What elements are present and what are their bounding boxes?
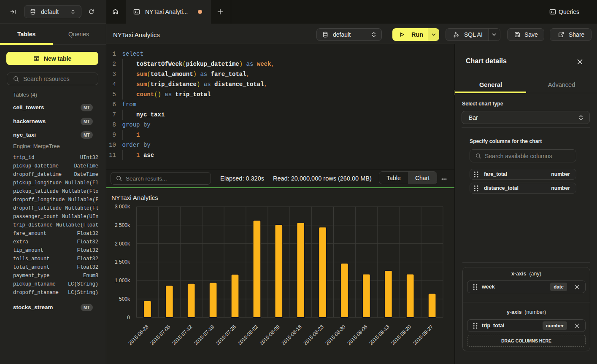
svg-text:2015-08-02: 2015-08-02 — [237, 324, 259, 346]
svg-text:2015-08-09: 2015-08-09 — [259, 324, 281, 346]
svg-text:NYTaxi Analytics: NYTaxi Analytics — [111, 194, 158, 201]
svg-text:2015-07-19: 2015-07-19 — [193, 324, 216, 346]
svg-text:3 000k: 3 000k — [115, 204, 130, 210]
svg-text:2015-07-05: 2015-07-05 — [149, 324, 172, 346]
svg-text:2015-08-30: 2015-08-30 — [324, 324, 347, 346]
svg-text:2015-07-12: 2015-07-12 — [171, 324, 194, 346]
svg-text:2015-06-28: 2015-06-28 — [127, 324, 150, 346]
svg-text:2015-09-13: 2015-09-13 — [368, 324, 391, 346]
svg-text:2015-09-27: 2015-09-27 — [412, 324, 435, 346]
svg-text:0: 0 — [127, 315, 130, 321]
svg-text:2015-08-16: 2015-08-16 — [281, 324, 303, 346]
svg-text:2015-08-23: 2015-08-23 — [302, 324, 325, 346]
svg-text:500k: 500k — [119, 296, 130, 302]
svg-text:2015-09-06: 2015-09-06 — [346, 324, 369, 346]
svg-text:2015-09-20: 2015-09-20 — [390, 324, 413, 346]
svg-text:1 000k: 1 000k — [115, 278, 130, 283]
svg-text:2 500k: 2 500k — [115, 222, 130, 228]
svg-text:2015-07-26: 2015-07-26 — [215, 324, 238, 346]
svg-text:2 000k: 2 000k — [115, 241, 130, 247]
svg-text:1 500k: 1 500k — [115, 259, 130, 265]
